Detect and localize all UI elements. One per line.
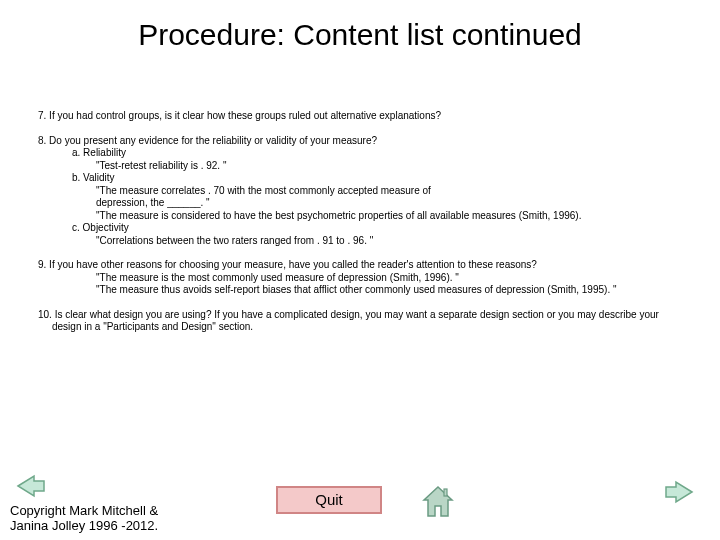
sub-text: "Correlations between the two raters ran…: [38, 235, 682, 248]
footer: Copyright Mark Mitchell & Janina Jolley …: [0, 480, 720, 540]
item-head: 10. Is clear what design you are using? …: [38, 309, 672, 334]
list-item: 7. If you had control groups, is it clea…: [38, 110, 682, 123]
prev-arrow-button[interactable]: [16, 474, 46, 498]
next-arrow-button[interactable]: [664, 480, 694, 504]
sub-text: "The measure thus avoids self-report bia…: [38, 284, 682, 297]
svg-marker-3: [666, 482, 692, 502]
sub-item: a. Reliability: [38, 147, 682, 160]
item-head: 8. Do you present any evidence for the r…: [38, 135, 682, 148]
list-item: 9. If you have other reasons for choosin…: [38, 259, 682, 297]
sub-text: "The measure correlates . 70 with the mo…: [38, 185, 682, 198]
svg-rect-2: [444, 489, 447, 496]
sub-text: "Test-retest reliability is . 92. ": [38, 160, 682, 173]
sub-item: b. Validity: [38, 172, 682, 185]
copyright-line: Janina Jolley 1996 -2012.: [10, 518, 158, 534]
content-body: 7. If you had control groups, is it clea…: [0, 52, 720, 334]
sub-text: "The measure is the most commonly used m…: [38, 272, 682, 285]
list-item: 8. Do you present any evidence for the r…: [38, 135, 682, 248]
copyright-line: Copyright Mark Mitchell &: [10, 503, 158, 519]
svg-marker-1: [424, 487, 452, 516]
quit-button[interactable]: Quit: [276, 486, 382, 514]
list-item: 10. Is clear what design you are using? …: [38, 309, 682, 334]
copyright-text: Copyright Mark Mitchell & Janina Jolley …: [10, 503, 158, 534]
home-button[interactable]: [420, 484, 456, 520]
sub-item: c. Objectivity: [38, 222, 682, 235]
sub-text: "The measure is considered to have the b…: [38, 210, 682, 223]
sub-text: depression, the ______. ": [38, 197, 682, 210]
item-head: 9. If you have other reasons for choosin…: [38, 259, 682, 272]
page-title: Procedure: Content list continued: [0, 0, 720, 52]
svg-marker-0: [18, 476, 44, 496]
